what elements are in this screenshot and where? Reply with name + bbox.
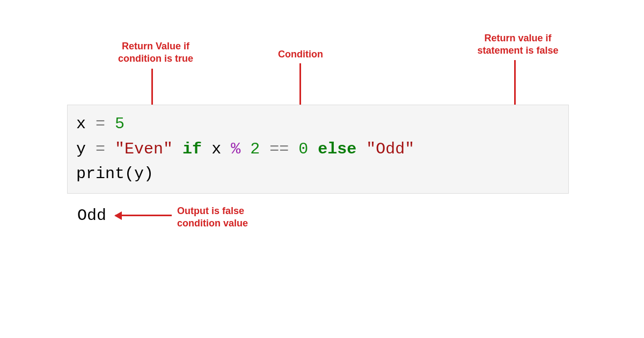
token-assign: = [96, 115, 105, 133]
code-line-3: print(y) [76, 161, 560, 187]
token-str-even: "Even" [115, 140, 173, 158]
token-arg-y: y [134, 165, 144, 183]
code-line-1: x = 5 [76, 112, 560, 137]
arrow-output [115, 215, 172, 216]
token-num-5: 5 [115, 115, 125, 133]
token-print: print [76, 165, 125, 183]
token-var-x: x [76, 115, 86, 133]
token-mod: % [231, 140, 240, 158]
token-close-paren: ) [144, 165, 153, 183]
token-open-paren: ( [125, 165, 134, 183]
token-str-odd: "Odd" [366, 140, 414, 158]
annotation-true-return: Return Value ifcondition is true [107, 40, 204, 65]
output-text: Odd [77, 207, 106, 225]
token-var-y: y [76, 140, 86, 158]
code-block: x = 5 y = "Even" if x % 2 == 0 else "Odd… [67, 105, 569, 194]
token-eq: == [269, 140, 289, 158]
token-num-2: 2 [250, 140, 260, 158]
annotation-condition: Condition [268, 48, 333, 61]
token-else: else [318, 140, 356, 158]
token-num-0: 0 [298, 140, 308, 158]
token-assign-2: = [96, 140, 105, 158]
annotation-output: Output is falsecondition value [177, 205, 274, 230]
token-if: if [182, 140, 202, 158]
code-line-2: y = "Even" if x % 2 == 0 else "Odd" [76, 137, 560, 162]
annotation-false-return: Return value ifstatement is false [467, 32, 569, 57]
token-var-x2: x [211, 140, 221, 158]
